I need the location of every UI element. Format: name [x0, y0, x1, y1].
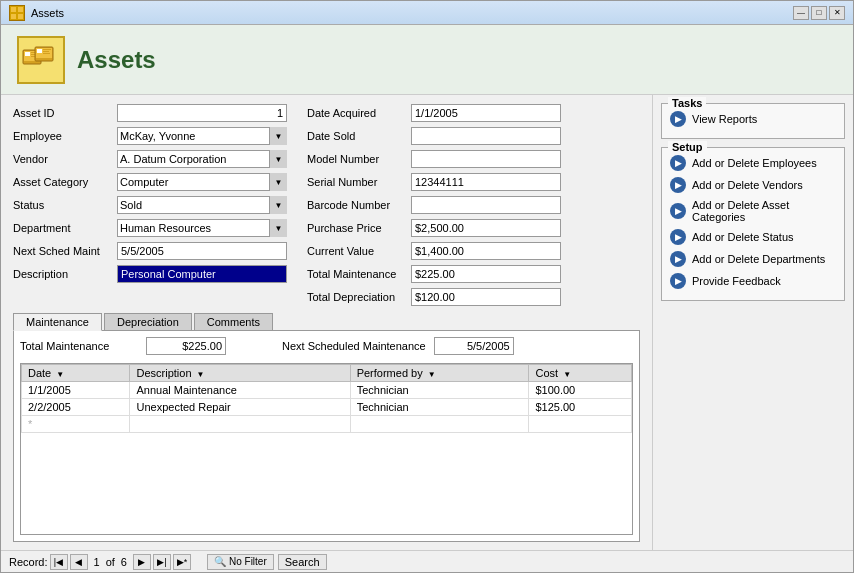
performed-sort-icon: ▼ — [428, 370, 436, 379]
cell-cost: $100.00 — [529, 382, 632, 399]
barcode-number-row: Barcode Number — [307, 195, 587, 215]
cell-empty — [130, 416, 350, 433]
provide-feedback-item[interactable]: ▶ Provide Feedback — [670, 270, 836, 292]
svg-rect-1 — [11, 7, 16, 12]
view-reports-item[interactable]: ▶ View Reports — [670, 108, 836, 130]
table-row: 2/2/2005 Unexpected Repair Technician $1… — [22, 399, 632, 416]
content-area: Assets Asset ID Employee — [1, 25, 853, 572]
feedback-label: Provide Feedback — [692, 275, 781, 287]
date-sold-input[interactable] — [411, 127, 561, 145]
col-cost[interactable]: Cost ▼ — [529, 365, 632, 382]
col-date[interactable]: Date ▼ — [22, 365, 130, 382]
barcode-number-input[interactable] — [411, 196, 561, 214]
col-description[interactable]: Description ▼ — [130, 365, 350, 382]
add-delete-employees-item[interactable]: ▶ Add or Delete Employees — [670, 152, 836, 174]
col-performed-by[interactable]: Performed by ▼ — [350, 365, 529, 382]
new-record-button[interactable]: ▶* — [173, 554, 191, 570]
no-filter-button[interactable]: 🔍 No Filter — [207, 554, 274, 570]
add-delete-status-item[interactable]: ▶ Add or Delete Status — [670, 226, 836, 248]
main-area: Asset ID Employee McKay, Yvonne ▼ — [1, 95, 853, 550]
next-scheduled-input[interactable] — [434, 337, 514, 355]
date-acquired-input[interactable] — [411, 104, 561, 122]
add-employees-label: Add or Delete Employees — [692, 157, 817, 169]
record-total: 6 — [121, 556, 127, 568]
current-value-label: Current Value — [307, 245, 407, 257]
add-delete-asset-categories-item[interactable]: ▶ Add or Delete Asset Categories — [670, 196, 836, 226]
asset-category-row: Asset Category Computer ▼ — [13, 172, 287, 192]
purchase-price-row: Purchase Price — [307, 218, 587, 238]
tab-depreciation[interactable]: Depreciation — [104, 313, 192, 330]
view-reports-icon: ▶ — [670, 111, 686, 127]
tab-comments[interactable]: Comments — [194, 313, 273, 330]
maintenance-table: Date ▼ Description ▼ Performed by ▼ Cost… — [21, 364, 632, 433]
department-label: Department — [13, 222, 113, 234]
tasks-group: Tasks ▶ View Reports — [661, 103, 845, 139]
first-record-button[interactable]: |◀ — [50, 554, 68, 570]
page-title: Assets — [77, 46, 156, 74]
vendor-dropdown: A. Datum Corporation ▼ — [117, 150, 287, 168]
asset-category-select[interactable]: Computer — [117, 173, 287, 191]
purchase-price-input[interactable] — [411, 219, 561, 237]
cell-date: 1/1/2005 — [22, 382, 130, 399]
date-acquired-label: Date Acquired — [307, 107, 407, 119]
close-button[interactable]: ✕ — [829, 6, 845, 20]
department-select[interactable]: Human Resources — [117, 219, 287, 237]
add-departments-label: Add or Delete Departments — [692, 253, 825, 265]
right-fields: Date Acquired Date Sold Model Number — [307, 103, 587, 307]
table-row: 1/1/2005 Annual Maintenance Technician $… — [22, 382, 632, 399]
header-section: Assets — [1, 25, 853, 95]
vendor-select[interactable]: A. Datum Corporation — [117, 150, 287, 168]
last-record-button[interactable]: ▶| — [153, 554, 171, 570]
svg-rect-4 — [18, 14, 23, 19]
cell-new-marker: * — [22, 416, 130, 433]
model-number-row: Model Number — [307, 149, 587, 169]
status-select[interactable]: Sold — [117, 196, 287, 214]
filter-icon: 🔍 — [214, 556, 226, 567]
purchase-price-label: Purchase Price — [307, 222, 407, 234]
date-sold-row: Date Sold — [307, 126, 587, 146]
table-new-row: * — [22, 416, 632, 433]
description-input[interactable] — [117, 265, 287, 283]
total-maintenance-summary-input[interactable] — [146, 337, 226, 355]
status-label: Status — [13, 199, 113, 211]
cell-empty — [529, 416, 632, 433]
total-maintenance-label: Total Maintenance — [307, 268, 407, 280]
add-delete-vendors-item[interactable]: ▶ Add or Delete Vendors — [670, 174, 836, 196]
add-vendors-icon: ▶ — [670, 177, 686, 193]
asset-category-label: Asset Category — [13, 176, 113, 188]
asset-id-input[interactable] — [117, 104, 287, 122]
title-bar-text: Assets — [31, 7, 64, 19]
tasks-section: Tasks ▶ View Reports Setup ▶ Add or Dele… — [653, 95, 853, 550]
next-sched-maint-label: Next Sched Maint — [13, 245, 113, 257]
add-delete-departments-item[interactable]: ▶ Add or Delete Departments — [670, 248, 836, 270]
main-window: Assets — □ ✕ — [0, 0, 854, 573]
current-value-input[interactable] — [411, 242, 561, 260]
view-reports-label: View Reports — [692, 113, 757, 125]
cell-date: 2/2/2005 — [22, 399, 130, 416]
model-number-input[interactable] — [411, 150, 561, 168]
maximize-button[interactable]: □ — [811, 6, 827, 20]
tab-maintenance[interactable]: Maintenance — [13, 313, 102, 331]
asset-id-row: Asset ID — [13, 103, 287, 123]
next-record-button[interactable]: ▶ — [133, 554, 151, 570]
cell-cost: $125.00 — [529, 399, 632, 416]
serial-number-input[interactable] — [411, 173, 561, 191]
next-sched-maint-input[interactable] — [117, 242, 287, 260]
status-bar: Record: |◀ ◀ 1 of 6 ▶ ▶| ▶* 🔍 No Filter … — [1, 550, 853, 572]
date-sort-icon: ▼ — [56, 370, 64, 379]
tasks-group-title: Tasks — [668, 97, 706, 109]
model-number-label: Model Number — [307, 153, 407, 165]
setup-group: Setup ▶ Add or Delete Employees ▶ Add or… — [661, 147, 845, 301]
total-depreciation-input[interactable] — [411, 288, 561, 306]
search-button[interactable]: Search — [278, 554, 327, 570]
record-label: Record: — [9, 556, 48, 568]
prev-record-button[interactable]: ◀ — [70, 554, 88, 570]
vendor-label: Vendor — [13, 153, 113, 165]
total-maintenance-input[interactable] — [411, 265, 561, 283]
total-maintenance-summary-label: Total Maintenance — [20, 340, 130, 352]
minimize-button[interactable]: — — [793, 6, 809, 20]
employee-select[interactable]: McKay, Yvonne — [117, 127, 287, 145]
cell-description: Unexpected Repair — [130, 399, 350, 416]
employee-dropdown: McKay, Yvonne ▼ — [117, 127, 287, 145]
total-maintenance-row: Total Maintenance — [307, 264, 587, 284]
